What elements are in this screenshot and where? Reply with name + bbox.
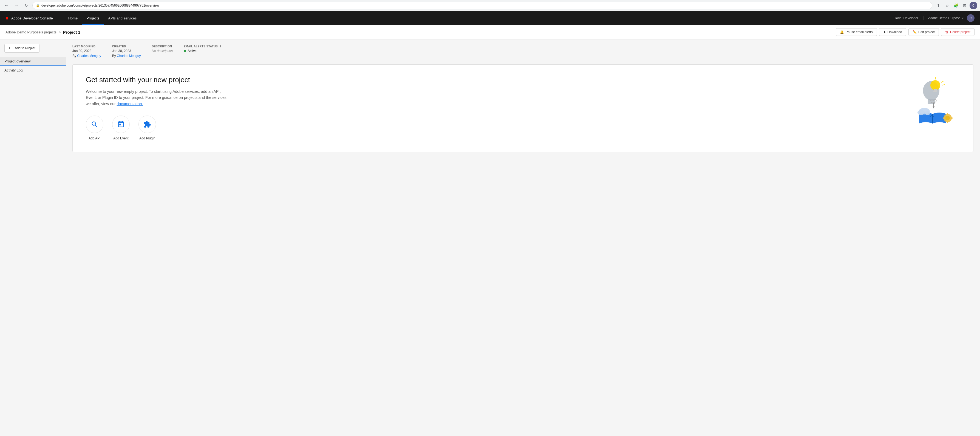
browser-chrome: ← → ↻ 🔒 developer.adobe.com/console/proj…: [0, 0, 980, 11]
app-title: Adobe Developer Console: [11, 16, 53, 20]
reload-button[interactable]: ↻: [22, 2, 30, 9]
role-text: Role: Developer: [895, 16, 918, 20]
app-nav: Home Projects APIs and services: [64, 11, 895, 25]
browser-toolbar: ← → ↻ 🔒 developer.adobe.com/console/proj…: [0, 0, 980, 11]
svg-line-6: [942, 85, 945, 85]
bookmark-button[interactable]: ☆: [943, 2, 951, 9]
content-area: LAST MODIFIED Jan 30, 2023 By Charles Me…: [66, 40, 980, 436]
svg-point-2: [931, 80, 940, 90]
address-bar[interactable]: 🔒 developer.adobe.com/console/projects/2…: [32, 2, 932, 9]
card-description-text: Welcome to your new empty project. To st…: [86, 89, 226, 106]
email-alerts-status: Active: [184, 49, 221, 53]
svg-rect-16: [947, 113, 948, 115]
org-name: Adobe Demo Purpose: [928, 16, 961, 20]
svg-rect-17: [947, 121, 948, 123]
svg-point-12: [918, 110, 924, 115]
created-author[interactable]: Charles Menguy: [117, 54, 141, 58]
nav-home[interactable]: Home: [64, 11, 82, 25]
app-logo: ■ Adobe Developer Console: [5, 15, 53, 21]
add-plugin-label: Add Plugin: [139, 136, 155, 140]
get-started-card: Get started with your new project Welcom…: [72, 64, 974, 152]
download-button[interactable]: ⬇ Download: [879, 28, 906, 36]
info-icon: ℹ: [220, 45, 221, 48]
add-plugin-item[interactable]: Add Plugin: [138, 116, 156, 140]
sidebar-item-project-overview[interactable]: Project overview: [0, 57, 66, 66]
forward-button[interactable]: →: [13, 2, 20, 9]
add-event-label: Add Event: [113, 136, 128, 140]
description-value: No description: [152, 49, 173, 53]
pause-email-button[interactable]: 🔔 Pause email alerts: [836, 28, 877, 36]
svg-rect-19: [951, 117, 953, 119]
svg-point-13: [925, 111, 931, 115]
documentation-link[interactable]: documentation.: [117, 101, 143, 106]
plus-icon: +: [8, 46, 10, 50]
api-icon: [91, 120, 99, 128]
status-active-dot: [184, 50, 186, 52]
breadcrumb: Adobe Demo Purpose's projects > Project …: [5, 30, 80, 35]
add-plugin-circle: [138, 116, 156, 133]
meta-created: CREATED Jan 30, 2023 By Charles Menguy: [112, 45, 141, 58]
delete-project-button[interactable]: 🗑 Delete project: [941, 28, 975, 36]
add-to-project-button[interactable]: + + Add to Project: [5, 44, 40, 52]
svg-point-15: [945, 116, 950, 120]
lock-icon: 🔒: [36, 4, 40, 7]
svg-line-5: [941, 81, 943, 82]
project-meta: LAST MODIFIED Jan 30, 2023 By Charles Me…: [72, 45, 974, 58]
top-bar: Adobe Demo Purpose's projects > Project …: [0, 25, 980, 40]
menu-button[interactable]: ⊡: [961, 2, 969, 9]
last-modified-author[interactable]: Charles Menguy: [77, 54, 101, 58]
svg-marker-9: [932, 106, 935, 108]
share-button[interactable]: ⬆: [934, 2, 942, 9]
browser-actions: ⬆ ☆ 🧩 ⊡ C: [934, 2, 977, 9]
nav-apis[interactable]: APIs and services: [103, 11, 141, 25]
email-alerts-label: EMAIL ALERTS STATUS ℹ: [184, 45, 221, 48]
adobe-logo-icon: ■: [5, 15, 8, 21]
back-button[interactable]: ←: [3, 2, 10, 9]
extensions-button[interactable]: 🧩: [952, 2, 960, 9]
nav-projects[interactable]: Projects: [82, 11, 103, 25]
card-content: Get started with your new project Welcom…: [86, 76, 894, 140]
card-illustration: [905, 76, 960, 130]
created-date: Jan 30, 2023: [112, 49, 141, 53]
status-text: Active: [188, 49, 197, 53]
add-event-circle: [112, 116, 130, 133]
action-icons: Add API Add Event: [86, 116, 894, 140]
org-selector[interactable]: Adobe Demo Purpose ▾: [928, 16, 964, 20]
header-right: Role: Developer | Adobe Demo Purpose ▾ C: [895, 14, 975, 22]
svg-rect-4: [933, 91, 937, 92]
breadcrumb-separator: >: [59, 30, 61, 34]
svg-rect-18: [943, 117, 945, 119]
edit-icon: ✏️: [913, 30, 917, 34]
add-event-item[interactable]: Add Event: [112, 116, 130, 140]
description-label: DESCRIPTION: [152, 45, 173, 48]
bell-icon: 🔔: [840, 30, 844, 34]
url-text: developer.adobe.com/console/projects/261…: [41, 3, 159, 7]
header-divider: |: [923, 16, 924, 20]
meta-email-alerts: EMAIL ALERTS STATUS ℹ Active: [184, 45, 221, 58]
chevron-down-icon: ▾: [962, 17, 964, 20]
add-api-item[interactable]: Add API: [86, 116, 103, 140]
add-api-label: Add API: [89, 136, 100, 140]
breadcrumb-parent[interactable]: Adobe Demo Purpose's projects: [5, 30, 56, 34]
download-icon: ⬇: [883, 30, 886, 34]
illustration-svg: [908, 76, 957, 130]
sidebar: + + Add to Project Project overview Acti…: [0, 40, 66, 436]
header-user-avatar[interactable]: C: [967, 14, 975, 22]
last-modified-label: LAST MODIFIED: [72, 45, 101, 48]
svg-rect-3: [934, 89, 937, 91]
sidebar-item-activity-log[interactable]: Activity Log: [0, 66, 66, 75]
event-icon: [117, 120, 125, 128]
add-api-circle: [86, 116, 103, 133]
plugin-icon: [143, 120, 151, 128]
breadcrumb-current: Project 1: [63, 30, 80, 35]
meta-last-modified: LAST MODIFIED Jan 30, 2023 By Charles Me…: [72, 45, 101, 58]
card-title: Get started with your new project: [86, 76, 894, 84]
top-actions: 🔔 Pause email alerts ⬇ Download ✏️ Edit …: [836, 28, 975, 36]
user-avatar[interactable]: C: [970, 2, 977, 9]
last-modified-by: By Charles Menguy: [72, 54, 101, 58]
main-layout: + + Add to Project Project overview Acti…: [0, 40, 980, 436]
trash-icon: 🗑: [945, 30, 948, 34]
meta-description: DESCRIPTION No description: [152, 45, 173, 58]
created-by: By Charles Menguy: [112, 54, 141, 58]
edit-project-button[interactable]: ✏️ Edit project: [908, 28, 939, 36]
